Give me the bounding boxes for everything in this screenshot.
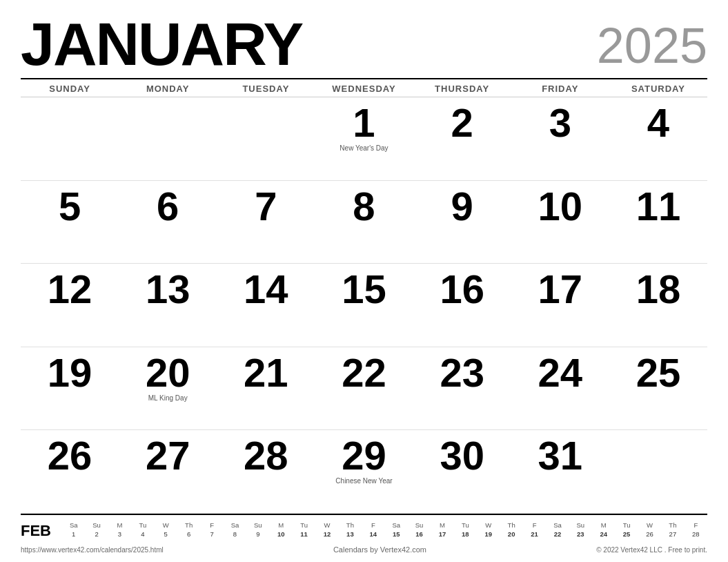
day-number: 18 — [636, 269, 681, 309]
calendar-container: JANUARY 2025 SUNDAYMONDAYTUESDAYWEDNESDA… — [0, 0, 728, 562]
mini-header-cell: W — [315, 521, 338, 530]
day-headers: SUNDAYMONDAYTUESDAYWEDNESDAYTHURSDAYFRID… — [21, 78, 707, 97]
mini-date-cell: 13 — [339, 530, 362, 539]
day-cell — [217, 97, 315, 180]
mini-header-cell: F — [362, 521, 384, 530]
day-cell: 18 — [609, 264, 707, 347]
day-number: 5 — [59, 186, 81, 226]
day-number: 11 — [636, 186, 681, 226]
day-note: ML King Day — [148, 394, 188, 402]
day-cell: 26 — [21, 430, 119, 513]
mini-grid: SaSuMTuWThFSaSuMTuWThFSaSuMTuWThFSaSuMTu… — [62, 521, 707, 539]
mini-date-cell: 9 — [246, 530, 269, 539]
mini-header-cell: Tu — [454, 521, 477, 530]
mini-header-cell: Th — [339, 521, 362, 530]
mini-header-cell: Th — [500, 521, 522, 530]
mini-header-cell: W — [155, 521, 177, 530]
mini-date-cell: 23 — [569, 530, 592, 539]
footer-row: https://www.vertex42.com/calendars/2025.… — [21, 543, 707, 555]
mini-date-cell: 22 — [546, 530, 569, 539]
mini-date-cell: 16 — [408, 530, 431, 539]
day-header: TUESDAY — [217, 84, 315, 94]
mini-header-cell: Sa — [224, 521, 246, 530]
day-header: SATURDAY — [609, 84, 707, 94]
week-row: 26272829Chinese New Year3031 — [21, 430, 707, 514]
day-number: 9 — [451, 186, 473, 226]
day-cell: 13 — [119, 264, 217, 347]
mini-headers: SaSuMTuWThFSaSuMTuWThFSaSuMTuWThFSaSuMTu… — [62, 521, 707, 530]
day-number: 10 — [538, 186, 583, 226]
day-number: 28 — [244, 436, 288, 476]
day-cell: 5 — [21, 181, 119, 264]
mini-header-cell: Th — [177, 521, 200, 530]
day-cell: 24 — [511, 347, 609, 430]
day-cell: 14 — [217, 264, 315, 347]
day-number: 6 — [157, 186, 179, 226]
day-header: WEDNESDAY — [315, 84, 413, 94]
mini-header-cell: F — [685, 521, 707, 530]
day-number: 12 — [48, 269, 92, 309]
mini-header-cell: M — [108, 521, 131, 530]
mini-date-cell: 20 — [500, 530, 522, 539]
day-number: 21 — [244, 353, 288, 393]
day-number: 24 — [538, 353, 583, 393]
day-cell: 30 — [413, 430, 511, 513]
mini-header-cell: F — [200, 521, 223, 530]
day-number: 15 — [342, 269, 386, 309]
day-number: 4 — [647, 103, 669, 143]
day-number: 26 — [48, 436, 92, 476]
footer-center: Calendars by Vertex42.com — [333, 545, 426, 554]
week-row: 1920ML King Day2122232425 — [21, 347, 707, 431]
day-number: 31 — [538, 436, 583, 476]
mini-date-cell: 26 — [638, 530, 661, 539]
mini-date-cell: 1 — [62, 530, 85, 539]
day-number: 20 — [146, 353, 190, 393]
mini-date-cell: 7 — [200, 530, 223, 539]
mini-header-cell: Tu — [615, 521, 638, 530]
day-note: New Year's Day — [340, 144, 388, 152]
header-row: JANUARY 2025 — [21, 14, 707, 75]
day-note: Chinese New Year — [335, 477, 392, 485]
day-cell: 11 — [609, 181, 707, 264]
day-number: 29 — [342, 436, 386, 476]
mini-date-cell: 15 — [384, 530, 407, 539]
mini-date-cell: 17 — [431, 530, 453, 539]
day-cell: 9 — [413, 181, 511, 264]
week-row: 12131415161718 — [21, 264, 707, 347]
day-cell: 6 — [119, 181, 217, 264]
day-number: 8 — [353, 186, 375, 226]
day-cell: 1New Year's Day — [315, 97, 413, 180]
mini-header-cell: Su — [85, 521, 108, 530]
week-row: 1New Year's Day234 — [21, 97, 707, 181]
day-number: 14 — [244, 269, 288, 309]
mini-date-cell: 8 — [224, 530, 246, 539]
calendar-grid: SUNDAYMONDAYTUESDAYWEDNESDAYTHURSDAYFRID… — [21, 78, 707, 514]
mini-calendar-section: FEB SaSuMTuWThFSaSuMTuWThFSaSuMTuWThFSaS… — [21, 514, 707, 543]
day-header: SUNDAY — [21, 84, 119, 94]
mini-date-cell: 10 — [270, 530, 293, 539]
day-number: 16 — [440, 269, 484, 309]
day-cell: 16 — [413, 264, 511, 347]
day-cell: 15 — [315, 264, 413, 347]
day-cell — [21, 97, 119, 180]
mini-header-cell: Su — [246, 521, 269, 530]
mini-date-cell: 5 — [155, 530, 177, 539]
mini-header-cell: Tu — [293, 521, 315, 530]
mini-header-cell: Su — [569, 521, 592, 530]
day-header: FRIDAY — [511, 84, 609, 94]
day-cell: 4 — [609, 97, 707, 180]
mini-date-cell: 28 — [685, 530, 707, 539]
day-number: 13 — [146, 269, 190, 309]
day-cell: 25 — [609, 347, 707, 430]
day-cell: 3 — [511, 97, 609, 180]
day-number: 7 — [255, 186, 277, 226]
mini-dates: 1234567891011121314151617181920212223242… — [62, 530, 707, 539]
mini-header-cell: Sa — [384, 521, 407, 530]
mini-date-cell: 11 — [293, 530, 315, 539]
mini-date-cell: 24 — [592, 530, 615, 539]
mini-header-cell: M — [592, 521, 615, 530]
day-cell: 29Chinese New Year — [315, 430, 413, 513]
day-number: 17 — [538, 269, 583, 309]
day-cell: 31 — [511, 430, 609, 513]
month-title: JANUARY — [21, 14, 302, 75]
